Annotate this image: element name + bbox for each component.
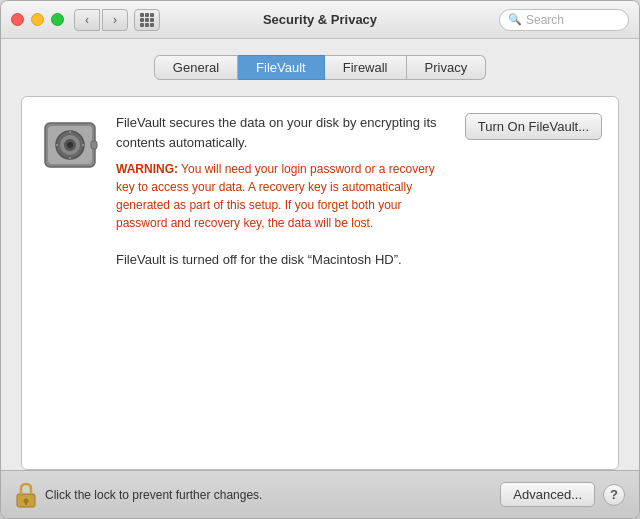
help-button[interactable]: ? xyxy=(603,484,625,506)
advanced-button[interactable]: Advanced... xyxy=(500,482,595,507)
grid-button[interactable] xyxy=(134,9,160,31)
minimize-button[interactable] xyxy=(31,13,44,26)
content-area: General FileVault Firewall Privacy xyxy=(1,39,639,470)
warning-label: WARNING: xyxy=(116,162,178,176)
svg-rect-6 xyxy=(91,141,97,149)
forward-button[interactable]: › xyxy=(102,9,128,31)
tab-bar: General FileVault Firewall Privacy xyxy=(21,55,619,80)
lock-label: Click the lock to prevent further change… xyxy=(45,488,262,502)
window: ‹ › Security & Privacy 🔍 Search General … xyxy=(0,0,640,519)
tab-general[interactable]: General xyxy=(154,55,238,80)
bottom-bar: Click the lock to prevent further change… xyxy=(1,470,639,518)
filevault-icon xyxy=(38,113,102,177)
search-icon: 🔍 xyxy=(508,13,522,26)
lock-icon[interactable] xyxy=(15,482,37,508)
nav-buttons: ‹ › xyxy=(74,9,128,31)
filevault-status: FileVault is turned off for the disk “Ma… xyxy=(38,252,602,267)
close-button[interactable] xyxy=(11,13,24,26)
maximize-button[interactable] xyxy=(51,13,64,26)
panel-top: FileVault secures the data on your disk … xyxy=(38,113,602,232)
panel: FileVault secures the data on your disk … xyxy=(21,96,619,470)
tab-privacy[interactable]: Privacy xyxy=(407,55,487,80)
window-controls xyxy=(11,13,64,26)
search-box[interactable]: 🔍 Search xyxy=(499,9,629,31)
turn-on-filevault-button[interactable]: Turn On FileVault... xyxy=(465,113,602,140)
back-button[interactable]: ‹ xyxy=(74,9,100,31)
tab-filevault[interactable]: FileVault xyxy=(238,55,325,80)
bottom-right: Advanced... ? xyxy=(500,482,625,507)
lock-area[interactable]: Click the lock to prevent further change… xyxy=(15,482,262,508)
description-text: FileVault secures the data on your disk … xyxy=(116,113,451,152)
window-title: Security & Privacy xyxy=(263,12,377,27)
panel-description: FileVault secures the data on your disk … xyxy=(116,113,451,232)
svg-point-12 xyxy=(24,498,29,503)
grid-icon xyxy=(140,13,154,27)
tab-firewall[interactable]: Firewall xyxy=(325,55,407,80)
svg-point-5 xyxy=(67,142,73,148)
warning-text: WARNING: You will need your login passwo… xyxy=(116,160,451,232)
titlebar: ‹ › Security & Privacy 🔍 Search xyxy=(1,1,639,39)
search-placeholder: Search xyxy=(526,13,564,27)
